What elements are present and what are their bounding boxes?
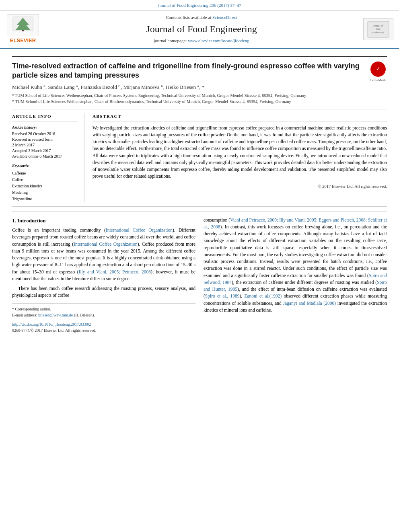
abstract-column: ABSTRACT We investigated the extraction … (93, 113, 387, 202)
intro-section-title: 1. Introduction (12, 217, 195, 225)
accepted-date: Accepted 3 March 2017 (12, 148, 78, 154)
article-info-column: ARTICLE INFO Article history: Received 2… (12, 113, 84, 202)
crossmark-icon: ✓ (370, 62, 386, 77)
ref-illy-link[interactable]: Illy and Viani, 2005; Petracco, 2008 (79, 269, 151, 274)
copyright-line: 0260-8774/© 2017 Elsevier Ltd. All right… (12, 327, 195, 333)
journal-logo-image: journal of food engineering (363, 18, 393, 40)
ref-spiro89-link[interactable]: Spiro et al., 1989 (205, 294, 240, 298)
intro-para-2: There has been much coffee research addr… (12, 285, 195, 299)
svg-text:journal of: journal of (373, 25, 383, 27)
divider (12, 212, 387, 212)
abstract-header: ABSTRACT (93, 113, 387, 121)
article-title: Time-resolved extraction of caffeine and… (12, 62, 365, 80)
article-title-section: Time-resolved extraction of caffeine and… (12, 56, 387, 109)
journal-reference-bar: Journal of Food Engineering 206 (2017) 3… (0, 0, 399, 11)
info-abstract-section: ARTICLE INFO Article history: Received 2… (12, 113, 387, 207)
sciencedirect-link[interactable]: ScienceDirect (212, 15, 237, 20)
ref-zanoni-link[interactable]: Zanoni et al.(1992) (244, 294, 282, 298)
keyword-coffee: Coffee (12, 177, 78, 183)
available-date: Available online 6 March 2017 (12, 154, 78, 159)
keywords-list: Caffeine Coffee Extraction kinetics Mode… (12, 170, 78, 202)
journal-logo-svg: journal of food engineering (367, 21, 389, 38)
ref-jaganyi-link[interactable]: Jaganyi and Madlala (2000) (283, 301, 336, 306)
svg-rect-2 (22, 30, 24, 31)
article-info-header: ARTICLE INFO (12, 113, 78, 121)
keyword-extraction: Extraction kinetics (12, 183, 78, 189)
footnote-email-line: E-mail address: briesen@wzw.tum.de (H. B… (12, 312, 195, 318)
keyword-modeling: Modeling (12, 189, 78, 196)
revised-label: Received in revised form (12, 137, 78, 142)
affiliation-a-text: ᵃ TUM School of Life Sciences Weihenstep… (12, 93, 306, 98)
journal-reference-text: Journal of Food Engineering 206 (2017) 3… (158, 3, 241, 8)
footnotes-section: * Corresponding author. E-mail address: … (12, 303, 195, 333)
footnote-email-label: E-mail address: (12, 313, 38, 317)
intro-para-1: Coffee is an important trading commodity… (12, 227, 195, 282)
elsevier-tree-svg (11, 16, 35, 34)
body-col-right: consumption (Viani and Petracco, 2000; I… (204, 217, 387, 333)
affiliation-a: ᵃ TUM School of Life Sciences Weihenstep… (12, 93, 365, 99)
ref-spiro84-link[interactable]: Spiro and Selwood, 1984 (204, 273, 387, 285)
elsevier-logo-section: ELSEVIER (5, 14, 41, 45)
received-date: Received 26 October 2016 (12, 131, 78, 137)
body-two-col: 1. Introduction Coffee is an important t… (12, 217, 387, 333)
keywords-label: Keywords: (12, 163, 78, 169)
intro-para-3: consumption (Viani and Petracco, 2000; I… (204, 217, 387, 314)
affiliation-b-text: ᵇ TUM School of Life Sciences Weihenstep… (12, 99, 291, 104)
footnote-email-suffix: (H. Briesen). (73, 313, 95, 317)
elsevier-wordmark: ELSEVIER (10, 37, 36, 45)
journal-center-info: Contents lists available at ScienceDirec… (45, 14, 358, 45)
doi-link[interactable]: http://dx.doi.org/10.1016/j.jfoodeng.201… (12, 322, 91, 327)
footnote-corresponding: * Corresponding author. (12, 306, 195, 312)
journal-header: ELSEVIER Contents lists available at Sci… (0, 11, 399, 49)
keyword-trigonelline: Trigonelline (12, 196, 78, 202)
affiliation-b: ᵇ TUM School of Life Sciences Weihenstep… (12, 99, 365, 105)
svg-text:food: food (376, 28, 380, 30)
elsevier-logo-image (7, 14, 39, 36)
ref-viani-link[interactable]: Viani and Petracco, 2000; Illy and Viani… (204, 218, 387, 229)
revised-date: 2 March 2017 (12, 142, 78, 148)
homepage-link[interactable]: www.elsevier.com/locate/jfoodeng (188, 38, 249, 43)
sciencedirect-line: Contents lists available at ScienceDirec… (45, 14, 358, 21)
ref-ico-link[interactable]: International Coffee Organization (106, 228, 173, 232)
abstract-copyright: © 2017 Elsevier Ltd. All rights reserved… (93, 183, 387, 189)
history-label: Article history: (12, 125, 78, 131)
body-col-left: 1. Introduction Coffee is an important t… (12, 217, 195, 333)
footnote-email-link[interactable]: briesen@wzw.tum.de (38, 313, 73, 317)
authors-line: Michael Kuhn ᵃ, Sandra Lang ᵃ, Franziska… (12, 84, 365, 91)
crossmark-section[interactable]: ✓ CrossMark (369, 62, 387, 83)
abstract-text: We investigated the extraction kinetics … (93, 125, 387, 180)
svg-text:engineering: engineering (372, 31, 383, 33)
journal-logo-section: journal of food engineering (362, 18, 394, 40)
sciencedirect-prefix: Contents lists available at (166, 15, 212, 20)
journal-title: Journal of Food Engineering (45, 22, 358, 36)
keyword-caffeine: Caffeine (12, 170, 78, 177)
homepage-prefix: journal homepage: (154, 38, 188, 43)
title-text-block: Time-resolved extraction of caffeine and… (12, 62, 365, 105)
article-content: Time-resolved extraction of caffeine and… (0, 49, 399, 341)
crossmark-label: CrossMark (370, 78, 386, 83)
homepage-line: journal homepage: www.elsevier.com/locat… (45, 38, 358, 44)
ref-ico2-link[interactable]: International Coffee Organization (74, 242, 138, 246)
